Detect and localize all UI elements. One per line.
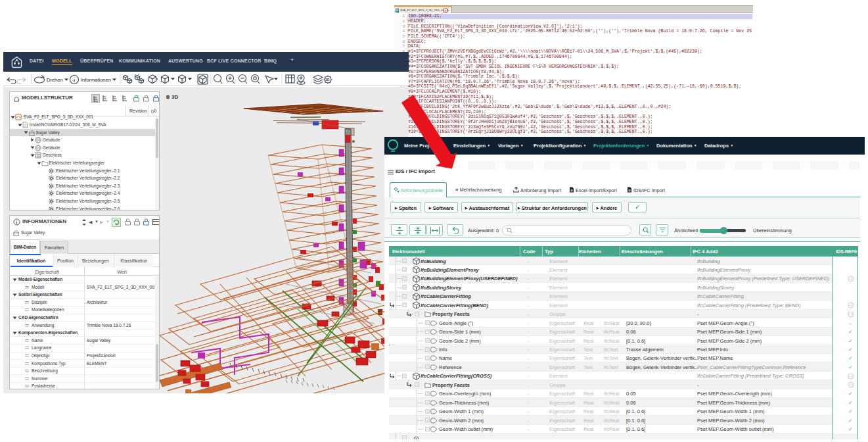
svg-text:3D: 3D (325, 78, 330, 82)
svg-text:Drehen: Drehen (47, 77, 63, 83)
svg-text:Informationen: Informationen (81, 77, 111, 83)
